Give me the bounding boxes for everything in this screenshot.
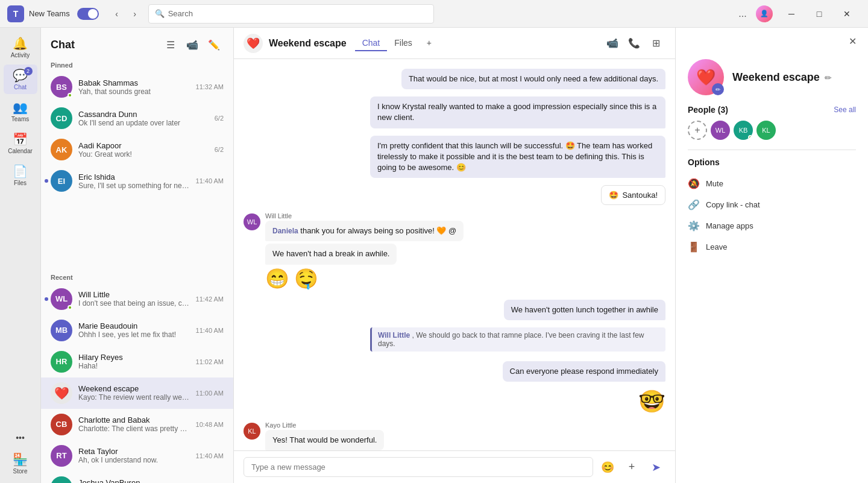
panel-avatar-section: ❤️ ✏ Weekend escape ✏ bbox=[676, 54, 868, 105]
received-bubble: We haven't had a break in awhile. bbox=[265, 244, 397, 264]
message-time: 11:40 AM bbox=[196, 452, 224, 459]
avatar-wrap: JV bbox=[51, 476, 72, 484]
manage-apps-option[interactable]: ⚙️ Manage apps bbox=[688, 215, 856, 236]
chat-sidebar-title: Chat bbox=[51, 39, 75, 51]
search-icon: 🔍 bbox=[155, 9, 165, 18]
message-row: Will Little , We should go back to that … bbox=[244, 327, 665, 354]
filter-button[interactable]: ☰ bbox=[161, 35, 180, 54]
message-preview: You: Great work! bbox=[78, 150, 209, 159]
minimize-button[interactable]: ─ bbox=[778, 4, 805, 24]
user-avatar[interactable]: 👤 bbox=[756, 5, 773, 22]
list-item[interactable]: HR Hilary Reyes Haha! 11:02 AM bbox=[41, 346, 233, 377]
sidebar-item-chat[interactable]: 2 💬 Chat bbox=[4, 65, 37, 94]
group-chat-name: Weekend escape bbox=[269, 38, 347, 49]
teams-icon: 👥 bbox=[13, 100, 28, 115]
files-label: Files bbox=[14, 180, 27, 186]
message-input[interactable] bbox=[244, 457, 593, 477]
message-text: thank you for always being so positive! … bbox=[300, 226, 456, 235]
new-chat-button[interactable]: ✏️ bbox=[204, 35, 224, 54]
video-button[interactable]: 📹 bbox=[603, 34, 622, 53]
right-panel-header: ✕ bbox=[676, 28, 868, 54]
new-teams-toggle[interactable] bbox=[77, 8, 99, 20]
forward-button[interactable]: › bbox=[127, 5, 143, 22]
chat-item-info: Cassandra Dunn Ok I'll send an update ov… bbox=[78, 110, 209, 127]
message-row: 🤓 bbox=[244, 389, 665, 414]
expand-button[interactable]: ⊞ bbox=[646, 34, 665, 53]
list-item[interactable]: BS Babak Shammas Yah, that sounds great … bbox=[41, 71, 233, 103]
chat-header-actions: 📹 📞 ⊞ bbox=[603, 34, 665, 53]
close-panel-button[interactable]: ✕ bbox=[844, 33, 861, 49]
add-tab-button[interactable]: + bbox=[420, 36, 439, 51]
avatar-wrap: MB bbox=[51, 320, 72, 341]
search-bar[interactable]: 🔍 Search bbox=[148, 4, 434, 24]
status-online-dot bbox=[68, 305, 72, 310]
video-call-button[interactable]: 📹 bbox=[183, 35, 202, 54]
message-preview: Haha! bbox=[78, 362, 190, 370]
message-row: We haven't gotten lunch together in awhi… bbox=[244, 300, 665, 320]
emoji-drool: 🤤 bbox=[294, 267, 318, 290]
contact-name: Weekend escape bbox=[78, 384, 190, 393]
list-item[interactable]: MB Marie Beaudouin Ohhh I see, yes let m… bbox=[41, 315, 233, 346]
contact-name: Cassandra Dunn bbox=[78, 110, 209, 119]
list-item[interactable]: WL Will Little I don't see that being an… bbox=[41, 283, 233, 315]
emoji-row: 😁 🤤 bbox=[265, 265, 665, 292]
maximize-button[interactable]: □ bbox=[805, 4, 833, 24]
unread-indicator bbox=[45, 179, 48, 183]
edit-avatar-button[interactable]: ✏ bbox=[712, 83, 724, 95]
message-row: Can everyone please respond immediately bbox=[244, 361, 665, 382]
tab-chat[interactable]: Chat bbox=[355, 36, 388, 51]
tab-files[interactable]: Files bbox=[387, 36, 420, 51]
sidebar-item-activity[interactable]: 🔔 Activity bbox=[4, 33, 37, 62]
chat-item-info: Joshua VanBuren Thanks for reviewing! bbox=[78, 478, 190, 483]
message-time: 6/2 bbox=[215, 115, 224, 122]
back-button[interactable]: ‹ bbox=[108, 5, 125, 22]
calendar-label: Calendar bbox=[8, 148, 33, 154]
list-item[interactable]: AK Aadi Kapoor You: Great work! 6/2 bbox=[41, 134, 233, 165]
edit-name-icon[interactable]: ✏ bbox=[825, 73, 832, 83]
sidebar-item-store[interactable]: 🏪 Store bbox=[4, 449, 37, 478]
avatar: AK bbox=[51, 139, 72, 160]
files-icon: 📄 bbox=[13, 164, 28, 178]
avatar: CB bbox=[51, 414, 72, 435]
send-button[interactable]: ➤ bbox=[646, 458, 665, 477]
copy-link-option[interactable]: 🔗 Copy link - chat bbox=[688, 194, 856, 215]
people-section-title: People (3) bbox=[688, 105, 728, 115]
chat-item-info: Weekend escape Kayo: The review went rea… bbox=[78, 384, 190, 402]
emoji-picker-button[interactable]: 😊 bbox=[598, 458, 617, 477]
avatar: HR bbox=[51, 351, 72, 373]
list-item[interactable]: CB Charlotte and Babak Charlotte: The cl… bbox=[41, 409, 233, 440]
attach-button[interactable]: + bbox=[622, 458, 641, 477]
avatar-wrap: CD bbox=[51, 107, 72, 129]
list-item[interactable]: JV Joshua VanBuren Thanks for reviewing!… bbox=[41, 472, 233, 484]
store-icon: 🏪 bbox=[13, 452, 28, 467]
contact-name: Eric Ishida bbox=[78, 172, 190, 182]
mute-icon: 🔕 bbox=[688, 178, 700, 189]
search-placeholder: Search bbox=[168, 9, 193, 18]
copy-link-label: Copy link - chat bbox=[706, 200, 760, 209]
group-avatar: ❤️ bbox=[51, 382, 72, 404]
close-button[interactable]: ✕ bbox=[833, 4, 861, 24]
sidebar-item-calendar[interactable]: 📅 Calendar bbox=[4, 128, 37, 158]
panel-group-info: Weekend escape ✏ bbox=[732, 71, 832, 84]
sidebar-item-more[interactable]: ••• bbox=[4, 429, 37, 446]
chat-item-info: Babak Shammas Yah, that sounds great bbox=[78, 78, 190, 96]
sidebar-item-files[interactable]: 📄 Files bbox=[4, 160, 37, 190]
message-preview: Yah, that sounds great bbox=[78, 87, 190, 96]
quote-sender-name: Will Little bbox=[378, 331, 410, 339]
contact-name: Babak Shammas bbox=[78, 78, 190, 87]
more-button[interactable]: ... bbox=[734, 5, 751, 22]
chat-item-info: Eric Ishida Sure, I'll set up something … bbox=[78, 172, 190, 190]
mute-option[interactable]: 🔕 Mute bbox=[688, 173, 856, 194]
list-item[interactable]: ❤️ Weekend escape Kayo: The review went … bbox=[41, 377, 233, 409]
leave-option[interactable]: 🚪 Leave bbox=[688, 236, 856, 257]
sidebar-item-teams[interactable]: 👥 Teams bbox=[4, 96, 37, 126]
audio-button[interactable]: 📞 bbox=[624, 34, 644, 53]
add-person-button[interactable]: + bbox=[688, 121, 707, 140]
list-item[interactable]: RT Reta Taylor Ah, ok I understand now. … bbox=[41, 440, 233, 472]
see-all-button[interactable]: See all bbox=[834, 106, 856, 114]
list-item[interactable]: EI Eric Ishida Sure, I'll set up somethi… bbox=[41, 165, 233, 197]
chat-item-info: Reta Taylor Ah, ok I understand now. bbox=[78, 447, 190, 464]
contact-name: Hilary Reyes bbox=[78, 353, 190, 362]
message-time: 10:48 AM bbox=[196, 421, 224, 428]
list-item[interactable]: CD Cassandra Dunn Ok I'll send an update… bbox=[41, 103, 233, 134]
